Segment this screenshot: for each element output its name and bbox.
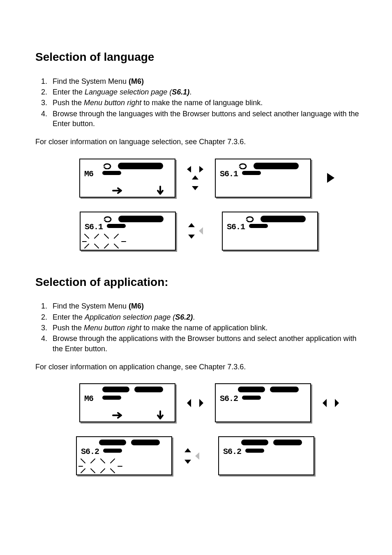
- steps-language: Find the System Menu (M6) Enter the Lang…: [35, 76, 359, 129]
- nav-arrows-icon: [186, 159, 204, 198]
- blink-marks-icon: [78, 457, 125, 474]
- enter-arrows-icon: [183, 436, 208, 475]
- redaction-bar: [242, 171, 261, 175]
- heading-language: Selection of language: [35, 49, 359, 65]
- arrow-right-icon: [322, 159, 340, 198]
- enter-arrows-icon: [187, 212, 211, 251]
- svg-line-6: [85, 244, 89, 248]
- list-item: Find the System Menu (M6): [49, 76, 359, 86]
- list-item: Find the System Menu (M6): [49, 301, 359, 311]
- svg-line-9: [114, 244, 118, 248]
- lcd-code: S6.1: [220, 168, 238, 180]
- figure-row: M6 S6.1: [79, 159, 340, 198]
- step-text: Find the System Menu: [53, 302, 129, 310]
- note-application: For closer information on application ch…: [35, 362, 359, 372]
- step-ital: Menu button right: [84, 99, 141, 107]
- lcd-code: S6.2: [223, 446, 241, 457]
- page: Selection of language Find the System Me…: [0, 0, 392, 555]
- loop-icon: [238, 162, 248, 169]
- svg-line-11: [91, 459, 95, 463]
- step-text: Enter the: [53, 88, 85, 96]
- figure-application: M6 S6.2: [60, 383, 359, 475]
- figure-row: M6 S6.2: [79, 383, 340, 422]
- step-text: Find the System Menu: [53, 77, 129, 85]
- redaction-bar: [245, 449, 264, 453]
- lcd-code: M6: [84, 168, 93, 180]
- redaction-bar: [107, 224, 126, 228]
- list-item: Enter the Application selection page (S6…: [49, 312, 359, 322]
- steps-application: Find the System Menu (M6) Enter the Appl…: [35, 301, 359, 353]
- step-ital: Application selection page (: [85, 313, 175, 321]
- lcd-panel: S6.2: [218, 436, 314, 475]
- lcd-panel: S6.1: [80, 212, 176, 251]
- loop-icon: [245, 215, 255, 222]
- lcd-panel: S6.2: [76, 436, 172, 475]
- figure-row: S6.1: [80, 212, 339, 251]
- redaction-bar: [242, 396, 261, 400]
- svg-line-12: [101, 459, 105, 463]
- redaction-bar: [249, 224, 268, 228]
- redaction-pill: [254, 163, 299, 169]
- svg-line-1: [95, 234, 99, 238]
- lcd-code: S6.2: [220, 393, 238, 404]
- loop-icon: [103, 215, 113, 222]
- heading-application: Selection of application:: [35, 274, 359, 290]
- nav-arrows-icon: [186, 383, 204, 422]
- step-ital: Language selection page (: [85, 88, 172, 96]
- step-ibold: S6.1): [172, 88, 189, 96]
- svg-line-19: [111, 469, 115, 473]
- lcd-code: S6.1: [227, 221, 245, 233]
- step-text: Push the: [53, 324, 84, 332]
- arrow-right-icon: [112, 187, 124, 195]
- svg-line-10: [81, 459, 85, 463]
- svg-line-7: [95, 244, 99, 248]
- svg-line-13: [111, 459, 115, 463]
- step-text: Enter the: [53, 313, 85, 321]
- svg-line-17: [91, 469, 95, 473]
- lcd-panel: S6.1: [215, 159, 311, 198]
- step-ibold: S6.2): [175, 313, 193, 321]
- lcd-code: S6.2: [81, 446, 99, 457]
- svg-line-2: [104, 234, 108, 238]
- lcd-code: S6.1: [85, 221, 103, 233]
- redaction-bar: [102, 396, 121, 400]
- redaction-pill: [102, 387, 171, 392]
- redaction-bar: [102, 171, 121, 175]
- redaction-bar: [103, 449, 122, 453]
- lcd-panel: M6: [79, 383, 175, 422]
- figure-language: M6 S6.1: [60, 159, 359, 251]
- list-item: Browse through the applications with the…: [49, 334, 359, 354]
- svg-line-3: [114, 234, 118, 238]
- step-text: to make the name of language blink.: [141, 99, 263, 107]
- step-text: to make the name of application blink.: [141, 324, 267, 332]
- step-text: Browse through the applications with the…: [53, 334, 356, 352]
- redaction-pill: [118, 216, 164, 222]
- redaction-pill: [261, 216, 306, 222]
- list-item: Enter the Language selection page (S6.1)…: [49, 87, 359, 97]
- redaction-pill: [241, 440, 309, 445]
- svg-line-8: [104, 244, 108, 248]
- figure-row: S6.2: [76, 436, 343, 475]
- lcd-panel: S6.2: [215, 383, 311, 422]
- arrow-down-icon: [157, 186, 164, 196]
- arrow-down-icon: [157, 410, 164, 420]
- svg-line-16: [81, 469, 85, 473]
- list-item: Push the Menu button right to make the n…: [49, 323, 359, 333]
- loop-icon: [102, 162, 112, 169]
- lcd-panel: M6: [79, 159, 175, 198]
- lcd-code: M6: [84, 393, 93, 404]
- svg-line-18: [101, 469, 105, 473]
- step-bold: (M6): [129, 302, 144, 310]
- redaction-pill: [118, 163, 163, 169]
- svg-line-0: [85, 234, 89, 238]
- note-language: For closer information on language selec…: [35, 137, 359, 147]
- step-text: Browse through the languages with the Br…: [53, 110, 359, 128]
- step-ital: Menu button right: [84, 324, 141, 332]
- step-bold: (M6): [129, 77, 144, 85]
- list-item: Browse through the languages with the Br…: [49, 109, 359, 129]
- step-text: .: [193, 313, 195, 321]
- list-item: Push the Menu button right to make the n…: [49, 98, 359, 108]
- redaction-pill: [99, 440, 167, 445]
- redaction-pill: [238, 387, 306, 392]
- step-text: .: [189, 88, 191, 96]
